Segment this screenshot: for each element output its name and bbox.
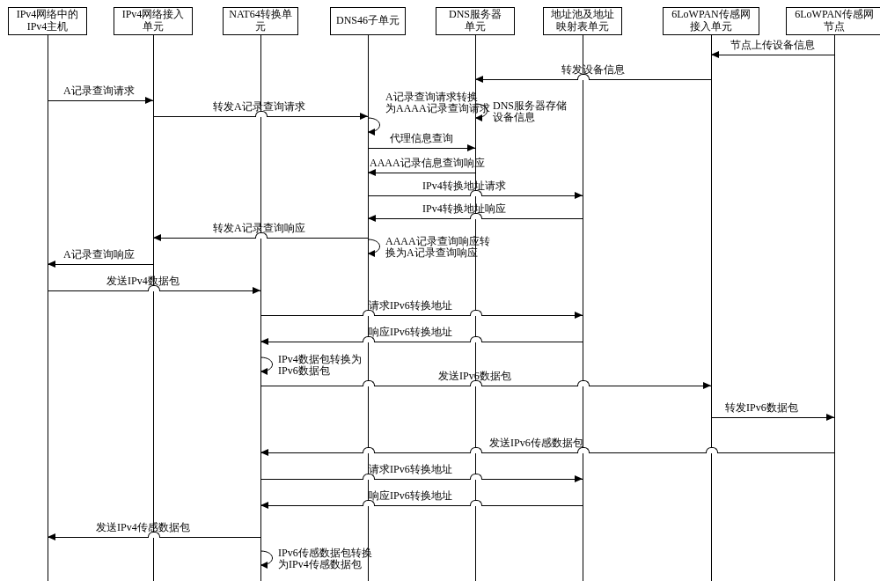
message-label: 请求IPv6转换地址 [369,462,452,477]
message-label: 发送IPv6数据包 [438,369,511,384]
message-label: 响应IPv6转换地址 [369,489,452,503]
participant-label: 地址池及地址映射表单元 [551,9,614,33]
self-message-label: A记录查询请求转换为AAAA记录查询请求 [385,92,490,114]
participant-label: DNS服务器单元 [449,9,502,33]
participant-p7: 6LoWPAN传感网接入单元 [663,7,759,35]
lifeline-p7 [711,35,712,581]
message-label: A记录查询请求 [63,84,135,99]
participant-label: NAT64转换单元 [227,9,294,33]
message-label: 代理信息查询 [390,131,453,146]
sequence-diagram: IPv4网络中的IPv4主机IPv4网络接入单元NAT64转换单元DNS46子单… [0,0,880,588]
lifeline-p1 [48,35,48,581]
participant-label: IPv4网络接入单元 [122,9,185,33]
participant-p6: 地址池及地址映射表单元 [543,7,622,35]
self-message: IPv4数据包转换为IPv6数据包 [260,356,287,375]
lifeline-p3 [260,35,261,581]
message-label: 转发IPv6数据包 [725,401,798,415]
message-label: A记录查询响应 [63,247,135,262]
self-message: AAAA记录查询响应转换为A记录查询响应 [368,238,394,257]
self-message: IPv6传感数据包转换为IPv4传感数据包 [260,549,287,569]
participant-p5: DNS服务器单元 [436,7,515,35]
participant-label: 6LoWPAN传感网接入单元 [671,9,751,33]
message-label: 转发设备信息 [561,62,625,77]
message-label: 转发A记录查询响应 [213,221,305,236]
message-label: 请求IPv6转换地址 [369,298,452,313]
message-label: 响应IPv6转换地址 [369,325,452,340]
self-message-label: DNS服务器存储设备信息 [493,100,567,123]
message-label: IPv4转换地址响应 [422,202,506,217]
message-label: 发送IPv4数据包 [106,274,180,289]
participant-p8: 6LoWPAN传感网节点 [786,7,880,35]
message-label: IPv4转换地址请求 [422,179,506,194]
participant-p2: IPv4网络接入单元 [114,7,193,35]
participant-label: IPv4网络中的IPv4主机 [17,9,79,33]
lifeline-p2 [153,35,154,581]
lifeline-p8 [834,35,835,581]
self-message: A记录查询请求转换为AAAA记录查询请求 [368,116,394,136]
participant-p3: NAT64转换单元 [223,7,298,35]
message-label: 发送IPv4传感数据包 [96,520,190,535]
self-message-label: IPv4数据包转换为IPv6数据包 [278,354,362,377]
participant-p4: DNS46子单元 [330,7,406,35]
participant-label: 6LoWPAN传感网节点 [795,9,874,33]
message-label: 节点上传设备信息 [730,38,815,53]
lifeline-p6 [583,35,583,581]
participant-label: DNS46子单元 [336,15,400,27]
self-message-label: IPv6传感数据包转换为IPv4传感数据包 [278,548,372,570]
message-label: 转发A记录查询请求 [213,99,305,114]
message-label: AAAA记录信息查询响应 [370,156,485,171]
self-message-label: AAAA记录查询响应转换为A记录查询响应 [385,236,490,259]
participant-p1: IPv4网络中的IPv4主机 [8,7,87,35]
message-label: 发送IPv6传感数据包 [489,436,583,451]
